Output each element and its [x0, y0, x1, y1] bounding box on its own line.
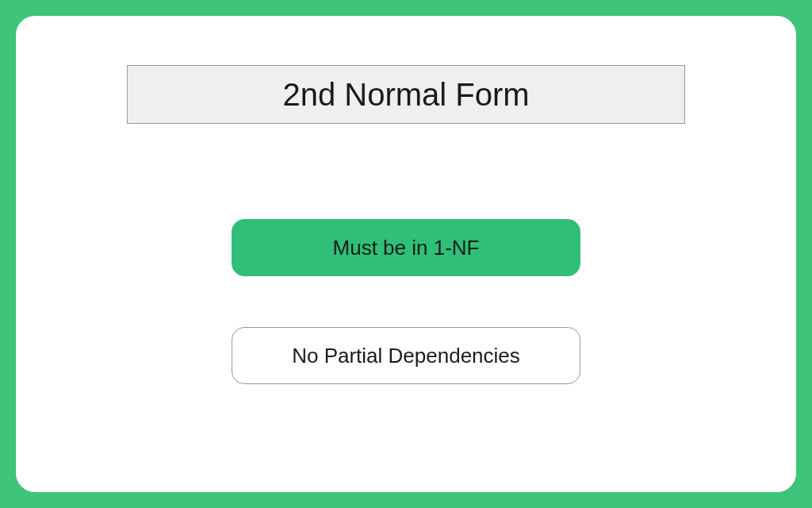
rule-2-text: No Partial Dependencies — [292, 344, 520, 368]
rule-highlighted: Must be in 1-NF — [232, 219, 580, 276]
title-text: 2nd Normal Form — [282, 77, 529, 113]
slide-card: 2nd Normal Form Must be in 1-NF No Parti… — [16, 16, 796, 492]
rule-plain: No Partial Dependencies — [232, 327, 580, 384]
rule-1-text: Must be in 1-NF — [333, 236, 480, 260]
slide-title: 2nd Normal Form — [127, 65, 685, 124]
